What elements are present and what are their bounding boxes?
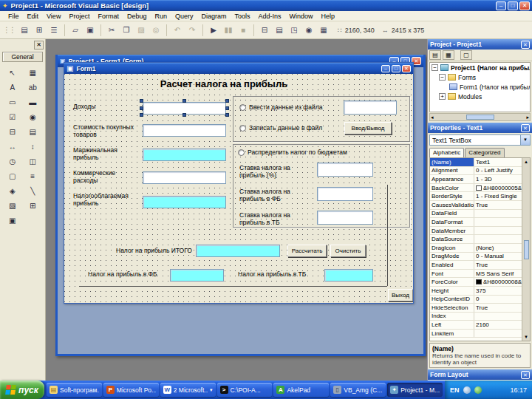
menu-query[interactable]: Query — [171, 12, 197, 21]
language-indicator[interactable]: EN — [450, 386, 460, 394]
form-design-surface[interactable]: Расчет налога на прибыль Доходы — [64, 74, 413, 303]
tree-node-forms[interactable]: − Forms — [430, 72, 530, 82]
minimize-icon[interactable]: – — [381, 65, 390, 72]
close-icon[interactable]: ✕ — [521, 124, 530, 132]
property-row[interactable]: Height 375 — [430, 287, 522, 296]
taxable-profit-textbox[interactable] — [143, 196, 226, 208]
tree-node-modules[interactable]: + Modules — [430, 92, 530, 101]
property-row[interactable]: LinkItem — [430, 330, 522, 338]
minimize-icon[interactable]: – — [496, 1, 506, 10]
menu-project[interactable]: Project — [65, 12, 93, 21]
view-object-icon[interactable]: ▦ — [443, 50, 454, 60]
close-icon[interactable]: ✕ — [521, 371, 530, 379]
tool-commandbutton-icon[interactable]: ▬ — [24, 96, 43, 109]
volume-tray-icon[interactable] — [463, 386, 471, 394]
io-button[interactable]: Ввод/Вывод — [344, 122, 392, 134]
calculate-button[interactable]: Рассчитать — [287, 245, 327, 257]
taskbar-button-vb-project[interactable]: ✦ Project1 - M... — [387, 383, 443, 397]
menu-edit[interactable]: Edit — [24, 12, 43, 21]
tool-listbox-icon[interactable]: ▤ — [24, 126, 43, 138]
start-button[interactable]: пуск — [0, 381, 44, 399]
property-row[interactable]: Index — [430, 313, 522, 321]
expand-icon[interactable]: + — [439, 93, 446, 100]
marginal-profit-textbox[interactable] — [143, 149, 226, 161]
project-explorer-icon[interactable]: ⊟ — [258, 24, 271, 37]
exit-button[interactable]: Выход — [388, 289, 413, 301]
scrollbar-thumb[interactable] — [524, 240, 529, 259]
tool-timer-icon[interactable]: ◷ — [3, 155, 22, 168]
cut-icon[interactable]: ✂ — [105, 24, 118, 37]
tool-optionbutton-icon[interactable]: ◉ — [24, 111, 43, 123]
taskbar-button-word-group[interactable]: W 2 Microsoft... ▾ — [160, 383, 216, 397]
distribute-tax-option[interactable]: Распределить налог по бюджетам — [238, 149, 400, 157]
redo-icon[interactable]: ↷ — [185, 24, 199, 37]
menu-editor-icon[interactable]: ☰ — [47, 24, 61, 37]
form1-titlebar[interactable]: ▣ Form1 – □ ✕ — [64, 63, 413, 74]
end-icon[interactable]: ■ — [236, 24, 250, 37]
properties-vertical-scrollbar[interactable]: ▴ ▾ — [522, 158, 530, 341]
toolbar-grip[interactable]: ⋮⋮ — [3, 26, 15, 34]
properties-window-icon[interactable]: ▤ — [273, 24, 286, 37]
view-code-icon[interactable]: ▤ — [429, 50, 441, 60]
menu-format[interactable]: Format — [94, 12, 123, 21]
taskbar-button-vb-file[interactable]: ▯ VB_Amg (С... — [330, 383, 386, 397]
start-icon[interactable]: ▶ — [207, 24, 220, 37]
rate-tb-textbox[interactable] — [317, 211, 373, 225]
tree-node-form1[interactable]: Form1 (Налог на прибыль) — [430, 82, 530, 92]
tool-hscrollbar-icon[interactable]: ↔ — [3, 140, 22, 153]
tool-vscrollbar-icon[interactable]: ↕ — [24, 140, 43, 153]
property-row[interactable]: DataMember — [430, 227, 522, 236]
property-row[interactable]: HelpContextID 0 — [430, 296, 522, 304]
close-icon[interactable]: ✕ — [519, 1, 530, 10]
property-row[interactable]: BackColor &H80000005& — [430, 184, 522, 193]
tool-combobox-icon[interactable]: ⊟ — [3, 126, 22, 138]
tool-textbox-icon[interactable]: ab — [24, 81, 43, 94]
tab-categorized[interactable]: Categorized — [465, 148, 504, 157]
copy-icon[interactable]: ❐ — [120, 24, 133, 37]
menu-debug[interactable]: Debug — [123, 12, 151, 21]
object-selector-combobox[interactable]: Text1 TextBox ▾ — [429, 134, 531, 146]
property-row[interactable]: HideSelection True — [430, 304, 522, 313]
toolbox-close-icon[interactable]: ✕ — [34, 41, 44, 50]
tree-node-project[interactable]: − Project1 (Налог на прибыль) — [430, 63, 530, 72]
property-row[interactable]: DragIcon (None) — [430, 244, 522, 253]
menu-file[interactable]: File — [4, 12, 23, 21]
property-row[interactable]: ForeColor &H80000008& — [430, 278, 522, 287]
maximize-icon[interactable]: □ — [508, 1, 518, 10]
tool-ole-icon[interactable]: ▣ — [3, 214, 22, 227]
tool-filelistbox-icon[interactable]: ≡ — [24, 170, 43, 183]
tool-data-icon[interactable]: ⊞ — [24, 200, 43, 212]
menu-window[interactable]: Window — [286, 12, 317, 21]
property-row[interactable]: (Name) Text1 — [430, 158, 522, 167]
property-row[interactable]: Left 2160 — [430, 321, 522, 330]
close-icon[interactable]: ✕ — [402, 65, 411, 72]
resize-handle[interactable] — [140, 106, 143, 110]
menu-run[interactable]: Run — [151, 12, 171, 21]
tool-checkbox-icon[interactable]: ☑ — [3, 111, 22, 123]
tool-image-icon[interactable]: ▨ — [3, 200, 22, 212]
purchase-cost-textbox[interactable] — [143, 124, 226, 137]
property-row[interactable]: Font MS Sans Serif — [430, 270, 522, 279]
tool-picturebox-icon[interactable]: ▦ — [24, 66, 43, 79]
taskbar-button-akelpad[interactable]: A AkelPad — [273, 383, 329, 397]
property-row[interactable]: Alignment 0 - Left Justify — [430, 167, 522, 176]
object-browser-icon[interactable]: ◉ — [302, 24, 316, 37]
close-icon[interactable]: ✕ — [521, 41, 530, 49]
resize-handle[interactable] — [225, 106, 229, 110]
chevron-down-icon[interactable]: ▾ — [520, 135, 530, 145]
scroll-down-icon[interactable]: ▾ — [525, 334, 528, 340]
taskbar-button-console[interactable]: > С:\POI-А... — [217, 383, 273, 397]
property-row[interactable]: CausesValidation True — [430, 201, 522, 210]
collapse-icon[interactable]: − — [439, 74, 446, 81]
property-row[interactable]: BorderStyle 1 - Fixed Single — [430, 192, 522, 201]
resize-handle[interactable] — [183, 113, 186, 117]
taskbar-button-soft[interactable]: ▤ Soft-програм... — [47, 383, 102, 397]
tool-label-icon[interactable]: A — [3, 81, 22, 94]
scroll-right-icon[interactable]: ▸ — [526, 115, 529, 120]
form-layout-icon[interactable]: ◳ — [287, 24, 301, 37]
tool-pointer-icon[interactable]: ↖ — [3, 66, 22, 79]
project-horizontal-scrollbar[interactable]: ◂ ▸ — [429, 113, 531, 121]
filename-textbox[interactable] — [344, 100, 397, 115]
property-row[interactable]: Appearance 1 - 3D — [430, 175, 522, 184]
antivirus-tray-icon[interactable] — [474, 386, 482, 394]
